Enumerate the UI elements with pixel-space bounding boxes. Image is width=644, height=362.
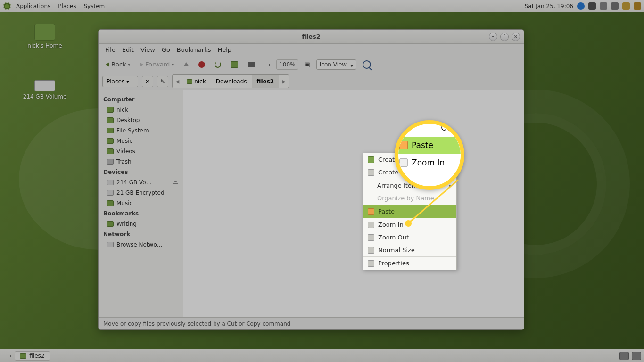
- sidebar-item-label: 214 GB Vo…: [116, 179, 152, 186]
- sidebar-item-desktop[interactable]: Desktop: [99, 115, 183, 125]
- cm-paste[interactable]: Paste: [363, 205, 456, 218]
- sidebar-item-music[interactable]: Music: [99, 136, 183, 146]
- sidebar-item-videos[interactable]: Videos: [99, 146, 183, 156]
- menu-file[interactable]: File: [102, 45, 118, 54]
- menu-bookmarks[interactable]: Bookmarks: [174, 45, 214, 54]
- sidebar-item-nick[interactable]: nick: [99, 105, 183, 115]
- keyboard-layout-icon[interactable]: [588, 2, 596, 10]
- folder-icon: [187, 79, 192, 84]
- cm-label: Paste: [378, 208, 395, 215]
- sidebar-item-writing[interactable]: Writing: [99, 219, 183, 229]
- cm-properties[interactable]: Properties: [363, 257, 456, 270]
- sidebar-item-label: Videos: [116, 148, 135, 155]
- sidebar-item-214gb[interactable]: 214 GB Vo…⏏: [99, 177, 183, 188]
- places-dropdown[interactable]: Places ▾: [102, 76, 138, 87]
- sidebar: Computer nick Desktop File System Music …: [99, 90, 183, 317]
- stop-button[interactable]: [195, 59, 208, 70]
- tray-app-icon[interactable]: [619, 352, 629, 360]
- view-mode-label: Icon View: [320, 61, 347, 68]
- panel-menu-applications[interactable]: Applications: [13, 2, 53, 10]
- close-sidebar-button[interactable]: ✕: [142, 76, 153, 87]
- show-desktop-button[interactable]: ▭: [3, 351, 15, 361]
- menubar: File Edit View Go Bookmarks Help: [99, 44, 524, 56]
- maximize-button[interactable]: ˄: [500, 33, 509, 41]
- arrow-left-icon: [106, 62, 109, 67]
- desktop-icon-label: nick's Home: [19, 42, 71, 49]
- bottom-taskbar: ▭ files2: [0, 349, 644, 362]
- location-bar: Places ▾ ✕ ✎ ◂ nick Downloads files2 ▸: [99, 73, 524, 90]
- cm-zoom-out[interactable]: Zoom Out: [363, 231, 456, 244]
- home-button[interactable]: [227, 59, 241, 70]
- desktop-icon-home[interactable]: nick's Home: [19, 24, 71, 49]
- window-title: files2: [302, 33, 321, 40]
- breadcrumb-label: nick: [194, 78, 206, 85]
- folder-icon: [368, 156, 374, 163]
- file-view[interactable]: Create Folder Create Document▸ Arrange I…: [183, 90, 524, 317]
- titlebar[interactable]: files2 – ˄ ×: [99, 30, 524, 44]
- search-icon: [363, 60, 371, 69]
- folder-icon: [107, 128, 114, 133]
- breadcrumb-seg-nick[interactable]: nick: [182, 75, 211, 88]
- places-label: Places: [107, 78, 124, 85]
- computer-button[interactable]: [244, 60, 258, 69]
- minimize-button[interactable]: –: [489, 33, 497, 41]
- bluetooth-icon[interactable]: [577, 2, 585, 10]
- lock-icon[interactable]: [622, 2, 630, 10]
- tray-app-icon[interactable]: [632, 352, 641, 360]
- sidebar-item-music-device[interactable]: Music: [99, 198, 183, 208]
- display-icon[interactable]: [600, 2, 607, 10]
- desktop-icon-label: 214 GB Volume: [19, 93, 71, 100]
- zoom-in-icon: [368, 222, 374, 228]
- folder-icon: [107, 148, 114, 154]
- back-button[interactable]: Back ▾: [102, 59, 133, 70]
- breadcrumb-next[interactable]: ▸: [279, 75, 289, 88]
- screensaver-icon[interactable]: [634, 2, 641, 10]
- sidebar-item-label: nick: [116, 107, 128, 113]
- arrow-up-icon: [183, 62, 189, 66]
- zoom-in-button[interactable]: ▣: [301, 59, 314, 70]
- zoom-out-button[interactable]: ▭: [261, 59, 273, 70]
- view-mode-select[interactable]: Icon View ▾: [316, 59, 356, 70]
- sidebar-section-bookmarks: Bookmarks: [99, 208, 183, 219]
- taskbar-item-files2[interactable]: files2: [15, 351, 50, 361]
- sidebar-section-devices: Devices: [99, 167, 183, 177]
- mag-label: Zoom In: [412, 158, 445, 167]
- eject-icon[interactable]: ⏏: [173, 179, 178, 186]
- breadcrumb-seg-files2[interactable]: files2: [252, 75, 280, 88]
- file-manager-window: files2 – ˄ × File Edit View Go Bookmarks…: [98, 29, 524, 330]
- stop-icon: [198, 61, 205, 68]
- sidebar-item-label: Music: [116, 138, 132, 144]
- volume-icon[interactable]: [611, 2, 619, 10]
- menu-go[interactable]: Go: [159, 45, 173, 54]
- sidebar-section-computer: Computer: [99, 94, 183, 105]
- panel-menu-places[interactable]: Places: [55, 2, 79, 10]
- edit-path-button[interactable]: ✎: [157, 76, 168, 87]
- close-button[interactable]: ×: [512, 33, 520, 41]
- menu-edit[interactable]: Edit: [119, 45, 137, 54]
- sidebar-item-trash[interactable]: Trash: [99, 156, 183, 167]
- menu-help[interactable]: Help: [215, 45, 234, 54]
- breadcrumb-seg-downloads[interactable]: Downloads: [211, 75, 252, 88]
- folder-icon: [107, 138, 114, 144]
- chevron-down-icon: ▾: [172, 62, 174, 67]
- cm-label: Properties: [378, 260, 409, 267]
- panel-menu-system[interactable]: System: [81, 2, 107, 10]
- mag-row-zoom-in: Zoom In: [395, 154, 464, 172]
- arrow-right-icon: [140, 62, 143, 67]
- up-button[interactable]: [180, 60, 192, 68]
- sidebar-item-filesystem[interactable]: File System: [99, 125, 183, 136]
- distro-logo-icon[interactable]: [3, 2, 11, 10]
- sidebar-item-21gb-encrypted[interactable]: 21 GB Encrypted: [99, 188, 183, 198]
- folder-icon: [107, 117, 114, 123]
- forward-button: Forward ▾: [136, 59, 177, 70]
- cm-normal-size[interactable]: Normal Size: [363, 244, 456, 256]
- document-icon: [368, 169, 374, 176]
- reload-button[interactable]: [211, 59, 224, 70]
- sidebar-item-browse-network[interactable]: Browse Netwo…: [99, 239, 183, 250]
- panel-clock[interactable]: Sat Jan 25, 19:06: [525, 3, 573, 9]
- search-button[interactable]: [359, 58, 374, 71]
- desktop-icon-volume[interactable]: 214 GB Volume: [19, 75, 71, 100]
- mag-label: Paste: [412, 140, 433, 150]
- menu-view[interactable]: View: [138, 45, 158, 54]
- breadcrumb-prev[interactable]: ◂: [173, 75, 182, 88]
